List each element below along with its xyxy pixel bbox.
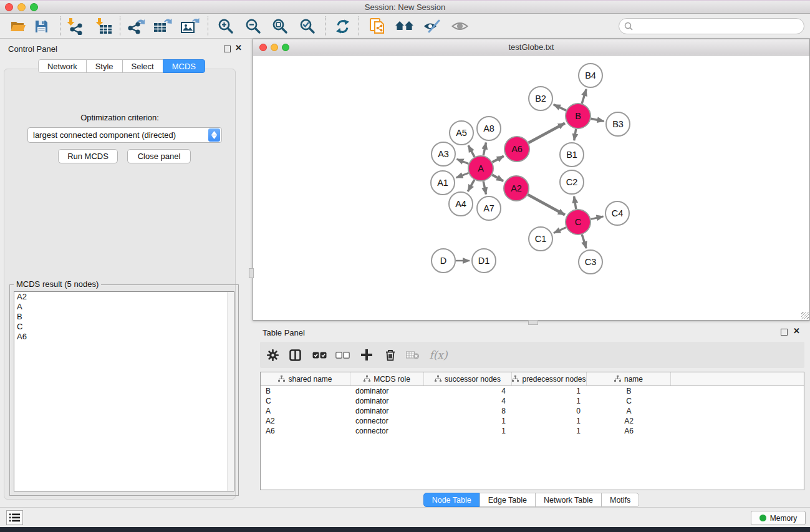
graph-edge-c-c2[interactable] [574,196,576,210]
refresh-view-button[interactable] [331,16,354,37]
cell-successor-nodes[interactable]: 1 [424,416,512,426]
split-handle-vertical[interactable] [249,268,254,278]
import-network-button[interactable] [64,16,86,37]
graph-node-d1[interactable]: D1 [472,249,496,273]
graph-edge-a-a8[interactable] [483,143,486,156]
table-row[interactable]: A6connector11A6 [261,426,804,436]
column-header-shared-name[interactable]: shared name [261,372,350,385]
zoom-in-button[interactable] [215,16,237,37]
resize-corner[interactable] [801,312,809,319]
graph-edge-a-a7[interactable] [483,181,486,195]
result-scrollbar[interactable] [227,292,234,491]
graph-node-a5[interactable]: A5 [450,121,473,145]
tab-edge-table[interactable]: Edge Table [480,493,536,507]
table-row[interactable]: Bdominator41B [261,386,804,396]
graph-edge-b-b4[interactable] [582,89,586,104]
table-row[interactable]: Adominator80A [261,406,804,416]
cell-mcds-role[interactable]: dominator [350,396,424,406]
graph-edge-b-b2[interactable] [554,105,566,110]
tab-style[interactable]: Style [86,59,123,73]
graph-node-d[interactable]: D [432,249,455,273]
result-item[interactable]: C [14,322,234,332]
export-image-button[interactable] [179,16,201,37]
network-canvas[interactable]: B4B2BB3A5A8A6A3B1AA1C2A2A4A7C4CC1C3DD1 [253,56,809,320]
float-panel-icon[interactable] [224,46,231,52]
close-panel-button[interactable]: Close panel [127,149,191,163]
result-item[interactable]: A2 [14,292,234,302]
select-all-button[interactable] [309,345,329,365]
column-header-name[interactable]: name [587,372,671,385]
graph-node-c3[interactable]: C3 [579,250,602,274]
graph-node-a1[interactable]: A1 [431,171,455,195]
home-view-button[interactable] [393,16,415,37]
graph-edge-a-a1[interactable] [456,173,469,178]
export-network-button[interactable] [125,16,147,37]
function-builder-button[interactable]: f(x) [425,345,452,365]
network-zoom-button[interactable] [282,44,289,51]
graph-edge-b-b3[interactable] [591,118,604,121]
cell-mcds-role[interactable]: connector [350,426,424,436]
graph-node-a[interactable]: A [468,156,493,181]
graph-node-a8[interactable]: A8 [477,117,501,140]
network-close-button[interactable] [259,44,267,51]
close-window-button[interactable] [5,3,13,11]
graph-node-a7[interactable]: A7 [477,196,501,220]
graph-node-a4[interactable]: A4 [449,192,473,216]
result-item[interactable]: B [14,312,234,322]
zoom-selected-button[interactable] [296,16,319,37]
graph-node-c4[interactable]: C4 [605,201,629,225]
graph-edge-b-b1[interactable] [574,129,576,141]
column-header-successor-nodes[interactable]: successor nodes [424,372,512,385]
cell-predecessor-nodes[interactable]: 1 [512,396,587,406]
table-row[interactable]: A2connector11A2 [261,416,804,426]
zoom-fit-button[interactable] [269,16,291,37]
clone-network-button[interactable] [366,16,388,37]
cell-successor-nodes[interactable]: 8 [424,406,512,416]
column-header-predecessor-nodes[interactable]: predecessor nodes [512,372,587,385]
result-item[interactable]: A [14,302,234,312]
graph-edge-a-a4[interactable] [468,180,474,191]
cell-successor-nodes[interactable]: 4 [424,386,512,396]
graph-node-a2[interactable]: A2 [504,176,529,201]
graph-node-a3[interactable]: A3 [432,142,455,166]
close-table-panel-icon[interactable]: ✕ [793,327,800,336]
open-session-button[interactable] [7,16,29,37]
show-all-button[interactable] [448,16,471,37]
graph-edge-a-a5[interactable] [468,145,475,157]
graph-node-b2[interactable]: B2 [529,87,552,110]
cell-name[interactable]: A [587,406,671,416]
graph-edge-c-c4[interactable] [591,216,604,219]
graph-node-b[interactable]: B [566,104,591,128]
graph-node-b3[interactable]: B3 [606,112,630,136]
graph-edge-c-c3[interactable] [582,235,586,248]
float-table-panel-icon[interactable] [781,329,788,336]
cell-name[interactable]: B [587,386,671,396]
graph-node-b1[interactable]: B1 [560,143,584,167]
cell-shared-name[interactable]: A2 [261,416,350,426]
table-row[interactable]: Cdominator41C [261,396,804,406]
search-input[interactable] [636,20,804,32]
cell-predecessor-nodes[interactable]: 1 [512,386,587,396]
table-settings-button[interactable] [263,345,282,365]
cell-predecessor-nodes[interactable]: 1 [512,426,587,436]
cell-mcds-role[interactable]: dominator [350,406,424,416]
create-column-button[interactable] [357,345,377,365]
cell-shared-name[interactable]: C [261,396,350,406]
graph-edge-a-a3[interactable] [457,159,469,163]
export-table-button[interactable] [152,16,174,37]
minimize-window-button[interactable] [17,3,26,11]
column-header-mcds-role[interactable]: MCDS role [350,372,424,385]
cell-mcds-role[interactable]: connector [350,416,424,426]
tab-motifs[interactable]: Motifs [601,493,639,507]
zoom-window-button[interactable] [30,3,38,11]
cell-successor-nodes[interactable]: 4 [424,396,512,406]
hide-selected-button[interactable] [420,16,443,37]
cell-predecessor-nodes[interactable]: 1 [512,416,587,426]
tab-network[interactable]: Network [38,59,87,73]
tab-network-table[interactable]: Network Table [535,493,602,507]
cell-shared-name[interactable]: A [261,406,350,416]
import-table-button[interactable] [92,16,115,37]
task-history-button[interactable] [6,510,23,525]
close-panel-icon[interactable]: ✕ [235,44,242,52]
cell-name[interactable]: C [587,396,671,406]
